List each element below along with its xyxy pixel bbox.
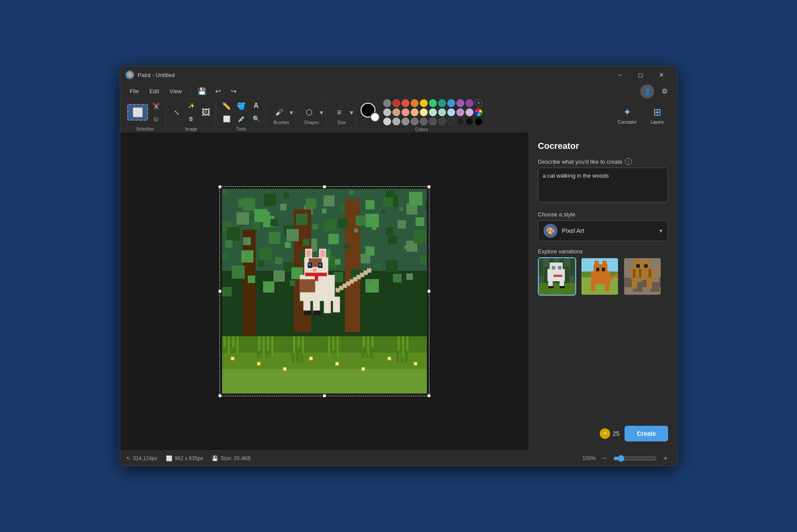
layers-toolbar-button[interactable]: ⊞ Layers (645, 104, 669, 127)
selection-row1: ⬜ ✂️ ◱ (127, 100, 163, 125)
minimize-button[interactable]: − (610, 68, 630, 82)
layers-icon: ⊞ (653, 107, 661, 118)
cocreator-toolbar-button[interactable]: ✦ Cocreator (612, 104, 642, 127)
main-canvas[interactable] (222, 189, 427, 394)
color-purple[interactable] (456, 99, 464, 107)
shapes-label: Shapes (304, 120, 319, 125)
color-tan[interactable] (392, 108, 400, 116)
variation-2-canvas (581, 258, 619, 296)
style-icon: 🎨 (544, 224, 557, 238)
color-gray[interactable] (383, 99, 391, 107)
secondary-color[interactable] (370, 112, 380, 122)
color-teal[interactable] (438, 99, 446, 107)
add-color-button[interactable]: + (475, 99, 483, 107)
maximize-button[interactable]: ◻ (631, 68, 651, 82)
menu-edit[interactable]: Edit (145, 86, 163, 96)
prompt-textarea[interactable]: a cat walking in the woods (538, 168, 668, 202)
selection-rect-button[interactable]: ⬜ (127, 104, 148, 121)
variations-label: Explore variations (538, 248, 668, 255)
image-magic-button[interactable]: ✨ (184, 100, 198, 112)
settings-button[interactable]: ⚙ (658, 85, 672, 98)
style-selector[interactable]: 🎨 Pixel Art ▾ (538, 220, 668, 241)
window-controls: − ◻ ✕ (610, 68, 672, 82)
tools-row2: ⬜ 💉 🔍 (220, 113, 263, 125)
color-orange[interactable] (411, 99, 419, 107)
color-picker-button[interactable]: 💉 (234, 113, 248, 125)
eraser-button[interactable]: ⬜ (220, 113, 233, 125)
toolbar: ⬜ ✂️ ◱ Selection ⤡ ✨ 🗑 🖼 Image (120, 99, 677, 132)
variation-1[interactable] (538, 257, 576, 296)
pencil-button[interactable]: ✏️ (220, 100, 233, 112)
text-button[interactable]: A (249, 100, 263, 112)
image-erase-button[interactable]: 🗑 (184, 113, 198, 125)
color-yellow[interactable] (420, 99, 428, 107)
main-window: 🎨 Paint - Untitled − ◻ ✕ File Edit View … (120, 66, 677, 466)
toolbar-specials: ✦ Cocreator ⊞ Layers (609, 104, 672, 127)
info-icon[interactable]: i (625, 158, 632, 165)
style-label: Choose a style (538, 211, 668, 218)
color-peach[interactable] (411, 108, 419, 116)
color-darkpurple[interactable] (466, 99, 473, 107)
variation-3[interactable] (623, 257, 662, 296)
color-red[interactable] (402, 99, 409, 107)
panel-footer: ✦ 25 Create (538, 426, 668, 441)
image-resize-button[interactable]: ⤡ (169, 106, 183, 118)
handle-bottomcenter[interactable] (323, 394, 326, 397)
color-wheel[interactable] (475, 108, 483, 116)
zoom-out-button[interactable]: − (599, 453, 610, 464)
handle-midleft[interactable] (218, 290, 222, 293)
cocreator-panel: Cocreator Describe what you'd like to cr… (529, 132, 677, 450)
size-icon: 💾 (212, 455, 218, 461)
credits-badge: ✦ 25 (600, 428, 620, 439)
canvas-area: Cocreator Describe what you'd like to cr… (120, 132, 677, 450)
color-lightyellow[interactable] (420, 108, 428, 116)
fill-button[interactable]: 🪣 (234, 100, 248, 112)
variation-3-canvas (624, 258, 662, 296)
image-insert-button[interactable]: 🖼 (199, 106, 213, 118)
color-lightteal[interactable] (438, 108, 446, 116)
zoom-in-button[interactable]: + (660, 453, 671, 464)
handle-bottomright[interactable] (427, 394, 431, 397)
menubar: File Edit View 💾 ↩ ↪ 👤 ⚙ (120, 84, 677, 99)
redo-button[interactable]: ↪ (226, 85, 240, 98)
selection-group: ⬜ ✂️ ◱ Selection (125, 99, 166, 132)
color-silver[interactable] (383, 108, 391, 116)
color-lightblue[interactable] (447, 108, 455, 116)
create-button[interactable]: Create (625, 426, 668, 441)
selection-crop-button[interactable]: ✂️ (149, 100, 163, 112)
menu-file[interactable]: File (125, 86, 143, 96)
color-green[interactable] (429, 99, 437, 107)
brushes-label: Brushes (274, 120, 290, 125)
zoom-level: 100% (582, 455, 596, 461)
handle-topcenter[interactable] (323, 185, 326, 189)
color-lightred[interactable] (402, 108, 409, 116)
menu-view[interactable]: View (165, 86, 186, 96)
handle-midright[interactable] (427, 290, 431, 293)
color-lavender[interactable] (456, 108, 464, 116)
color-lightgreen[interactable] (429, 108, 437, 116)
variations-row (538, 257, 668, 296)
color-lilac[interactable] (466, 108, 473, 116)
shapes-group: ⬡ ▾ Shapes (297, 99, 326, 132)
palette-row1: + (383, 99, 483, 107)
handle-topright[interactable] (427, 185, 431, 189)
handle-bottomleft[interactable] (218, 394, 222, 397)
zoom-tool-button[interactable]: 🔍 (249, 113, 263, 125)
save-button[interactable]: 💾 (195, 85, 209, 98)
color-darkred[interactable] (392, 99, 400, 107)
user-button[interactable]: 👤 (640, 84, 654, 98)
style-section: Choose a style 🎨 Pixel Art ▾ (538, 211, 668, 241)
zoom-slider[interactable] (613, 455, 657, 462)
size-button[interactable]: ≡ (330, 106, 349, 118)
brush-button[interactable]: 🖌 (270, 106, 289, 118)
variation-1-canvas (539, 258, 576, 296)
selection-free-button[interactable]: ◱ (149, 113, 163, 125)
canvas-container (120, 132, 529, 450)
variation-2[interactable] (581, 257, 619, 296)
handle-topleft[interactable] (218, 185, 222, 189)
undo-button[interactable]: ↩ (211, 85, 225, 98)
tools-label: Tools (236, 127, 246, 131)
close-button[interactable]: ✕ (652, 68, 672, 82)
color-blue[interactable] (447, 99, 455, 107)
shape-button[interactable]: ⬡ (300, 106, 319, 118)
